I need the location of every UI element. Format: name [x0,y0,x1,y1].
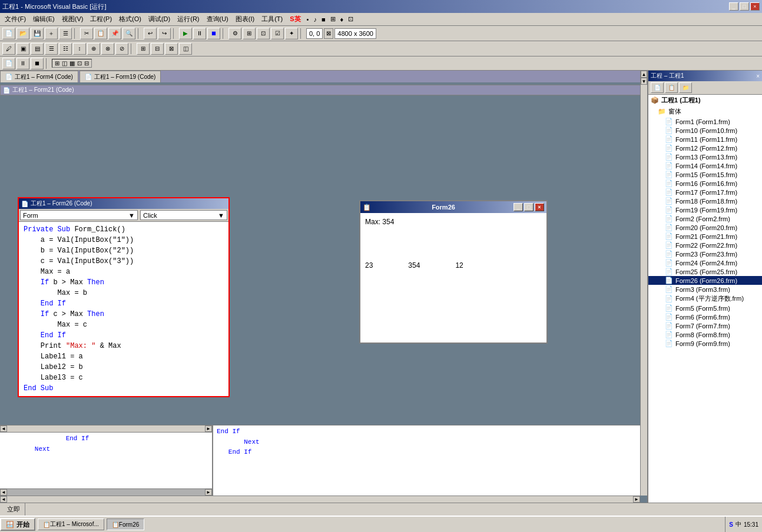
tree-form25[interactable]: 📄 Form25 (Form25.frm) [648,267,762,276]
tree-form2[interactable]: 📄 Form2 (Form2.frm) [648,214,762,223]
tab-form4[interactable]: 📄 工程1 – Form4 (Code) [0,71,78,82]
tb2-b9[interactable]: ⊘ [115,43,128,55]
tb-b3[interactable]: ⊡ [257,28,270,39]
lower-scroll2-r[interactable]: ► [205,489,212,496]
tree-form4[interactable]: 📄 Form4 (平方逆序数.frm) [648,294,762,304]
tb-b1[interactable]: ⚙ [228,28,241,39]
tb2-b8[interactable]: ⊗ [101,43,114,55]
scrollbar-left-btn[interactable]: ◄ [0,496,7,503]
tree-form8[interactable]: 📄 Form8 (Form8.frm) [648,330,762,339]
tb2-b3[interactable]: ▤ [31,43,44,55]
lower-scroll-l[interactable]: ◄ [0,425,7,432]
tree-form17[interactable]: 📄 Form17 (Form17.frm) [648,188,762,197]
tb-add[interactable]: ＋ [45,28,58,39]
tree-form5[interactable]: 📄 Form5 (Form5.frm) [648,304,762,312]
menu-run[interactable]: 运行(R) [174,14,203,25]
tree-form23[interactable]: 📄 Form23 (Form23.frm) [648,250,762,258]
tb-find[interactable]: 🔍 [122,28,135,39]
tb-stop[interactable]: ⏹ [207,28,220,39]
taskbar-btn-vb[interactable]: 📋 工程1 – Microsof... [38,518,104,530]
scrollbar-down-btn[interactable]: ▼ [641,78,647,85]
main-scrollbar-h[interactable]: ◄ ► [0,496,640,503]
tb3-b3[interactable]: ⏹ [31,58,44,69]
tb2-b4[interactable]: ☰ [45,43,58,55]
tb-b4[interactable]: ☑ [271,28,284,39]
minimize-btn[interactable]: _ [729,2,738,11]
tree-project-root[interactable]: 📦 工程1 (工程1) [648,95,762,106]
scrollbar-right-btn[interactable]: ► [633,496,640,503]
tb3-input[interactable]: ⊞ ◫ ▦ ⊡ ⊟ [52,59,92,68]
tree-form6[interactable]: 📄 Form6 (Form6.frm) [648,312,762,321]
tb2-b10[interactable]: ⊞ [137,43,150,55]
menu-query[interactable]: 查询(U) [203,14,232,25]
tree-form21[interactable]: 📄 Form21 (Form21.frm) [648,232,762,241]
tb-save[interactable]: 💾 [31,28,44,39]
tb2-b13[interactable]: ◫ [179,43,192,55]
tree-form10[interactable]: 📄 Form10 (Form10.frm) [648,126,762,135]
tree-form18[interactable]: 📄 Form18 (Form18.frm) [648,197,762,205]
tree-form13[interactable]: 📄 Form13 (Form13.frm) [648,152,762,161]
tb-redo[interactable]: ↪ [158,28,171,39]
restore-btn[interactable]: □ [740,2,749,11]
close-btn[interactable]: × [750,2,760,11]
tb-menu[interactable]: ☰ [59,28,72,39]
tb3-b2[interactable]: ⏸ [16,58,29,69]
tree-form14[interactable]: 📄 Form14 (Form14.frm) [648,161,762,170]
menu-s-en[interactable]: S英 [286,14,304,25]
menu-project[interactable]: 工程(P) [87,14,115,25]
tb-pause[interactable]: ⏸ [193,28,206,39]
menu-format[interactable]: 格式(O) [115,14,145,25]
tb2-b1[interactable]: 🖊 [2,43,15,55]
tree-form22[interactable]: 📄 Form22 (Form22.frm) [648,241,762,250]
tree-form1[interactable]: 📄 Form1 (Form1.frm) [648,117,762,126]
tree-form19[interactable]: 📄 Form19 (Form19.frm) [648,205,762,214]
tree-form7[interactable]: 📄 Form7 (Form7.frm) [648,321,762,330]
tb-b5[interactable]: ✦ [285,28,298,39]
tb-b2[interactable]: ⊞ [243,28,256,39]
rp-btn-3[interactable]: 📁 [679,82,692,93]
tb-undo[interactable]: ↩ [144,28,157,39]
menu-view[interactable]: 视图(V) [58,14,87,25]
tb3-b1[interactable]: 📄 [2,58,15,69]
tb2-b12[interactable]: ⊠ [165,43,178,55]
tb2-b7[interactable]: ⊕ [87,43,100,55]
tb-new[interactable]: 📄 [2,28,15,39]
tree-form26[interactable]: 📄 Form26 (Form26.frm) [648,276,762,285]
start-button[interactable]: 🪟 开始 [0,518,35,531]
tb-run[interactable]: ▶ [179,28,192,39]
tb2-b6[interactable]: ↕ [73,43,86,55]
tree-form15[interactable]: 📄 Form15 (Form15.frm) [648,170,762,179]
scrollbar-up-btn[interactable]: ▲ [641,71,647,78]
right-panel-close[interactable]: × [756,73,760,79]
tree-form16[interactable]: 📄 Form16 (Form16.frm) [648,179,762,188]
lower-hscroll[interactable]: ◄ ► [0,425,212,433]
tb2-b2[interactable]: ▣ [16,43,29,55]
form-dropdown[interactable]: Form ▼ [20,210,138,220]
rp-btn-1[interactable]: 📄 [651,82,664,93]
menu-edit[interactable]: 编辑(E) [29,14,58,25]
taskbar-btn-form26[interactable]: 📋 Form26 [107,518,144,530]
lower-hscroll-2[interactable]: ◄ ► [0,488,212,496]
menu-chart[interactable]: 图表(I) [232,14,258,25]
lower-scroll-r[interactable]: ► [205,425,212,432]
tb-copy[interactable]: 📋 [94,28,107,39]
event-dropdown[interactable]: Click ▼ [140,210,227,220]
tb2-b11[interactable]: ⊟ [151,43,164,55]
tree-forms-group[interactable]: 📁 窗体 [648,106,762,117]
tree-form3[interactable]: 📄 Form3 (Form3.frm) [648,285,762,294]
tree-form9[interactable]: 📄 Form9 (Form9.frm) [648,339,762,348]
tb2-b5[interactable]: ☷ [59,43,72,55]
main-scrollbar-v[interactable]: ▲ ▼ [640,71,647,496]
menu-tools[interactable]: 工具(T) [258,14,286,25]
tree-form11[interactable]: 📄 Form11 (Form11.frm) [648,135,762,144]
form26-maximize-btn[interactable]: □ [524,203,534,211]
tree-form12[interactable]: 📄 Form12 (Form12.frm) [648,144,762,152]
tb-cut[interactable]: ✂ [80,28,93,39]
lower-scroll2-l[interactable]: ◄ [0,489,7,496]
tb-open[interactable]: 📂 [16,28,29,39]
rp-btn-2[interactable]: 📋 [665,82,678,93]
tree-form20[interactable]: 📄 Form20 (Form20.frm) [648,223,762,232]
menu-debug[interactable]: 调试(D) [145,14,174,25]
form26-close-btn[interactable]: × [535,203,544,211]
form26-minimize-btn[interactable]: _ [513,203,523,211]
